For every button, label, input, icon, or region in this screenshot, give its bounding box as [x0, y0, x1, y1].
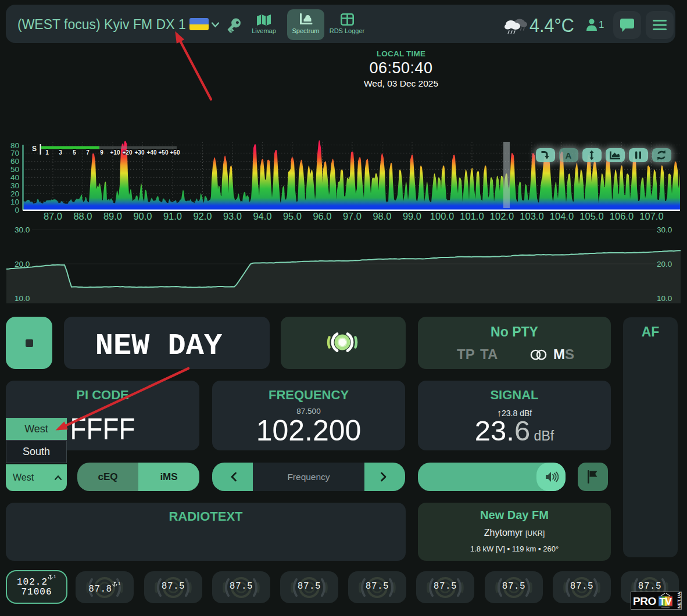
- svg-text:80: 80: [10, 141, 19, 150]
- svg-text:92.0: 92.0: [193, 211, 212, 221]
- svg-text:50: 50: [10, 165, 19, 174]
- svg-text:102.0: 102.0: [490, 211, 514, 221]
- svg-text:5: 5: [73, 149, 76, 156]
- svg-text:87.0: 87.0: [44, 211, 62, 221]
- svg-text:100.0: 100.0: [430, 211, 454, 221]
- svg-text:103.0: 103.0: [520, 211, 543, 221]
- svg-text:20: 20: [10, 189, 19, 198]
- svg-text:101.0: 101.0: [460, 211, 484, 221]
- svg-text:7: 7: [86, 149, 90, 156]
- svg-text:+40: +40: [147, 149, 157, 156]
- svg-text:1: 1: [53, 574, 56, 579]
- svg-text:93.0: 93.0: [223, 211, 242, 221]
- svg-text:10: 10: [10, 198, 19, 206]
- svg-text:A: A: [566, 151, 572, 160]
- svg-text:91.0: 91.0: [163, 211, 182, 221]
- svg-text:107.0: 107.0: [639, 211, 663, 221]
- svg-text:20.0: 20.0: [657, 260, 672, 268]
- svg-text:99.0: 99.0: [403, 211, 421, 221]
- svg-text:+10: +10: [110, 149, 120, 156]
- svg-text:98.0: 98.0: [373, 211, 391, 221]
- svg-text:TV: TV: [659, 596, 672, 607]
- svg-text:94.0: 94.0: [253, 211, 271, 221]
- svg-text:3: 3: [59, 149, 62, 156]
- svg-text:95.0: 95.0: [283, 211, 302, 221]
- svg-text:+30: +30: [135, 149, 145, 156]
- svg-text:60: 60: [10, 157, 19, 166]
- svg-text:106.0: 106.0: [610, 211, 634, 221]
- svg-text:70: 70: [10, 149, 19, 157]
- svg-text:104.0: 104.0: [550, 211, 574, 221]
- svg-text:+50: +50: [159, 149, 169, 156]
- svg-text:88.0: 88.0: [73, 211, 92, 221]
- svg-text:1: 1: [118, 581, 121, 586]
- svg-text:89.0: 89.0: [103, 211, 122, 221]
- svg-text:90.0: 90.0: [133, 211, 152, 221]
- svg-text:97.0: 97.0: [343, 211, 362, 221]
- svg-text:20.0: 20.0: [15, 260, 30, 268]
- svg-text:1: 1: [45, 149, 49, 156]
- svg-text:+20: +20: [123, 149, 133, 156]
- svg-text:9: 9: [100, 149, 103, 156]
- svg-text:96.0: 96.0: [313, 211, 331, 221]
- svg-text:105.0: 105.0: [579, 211, 603, 221]
- svg-text:30.0: 30.0: [15, 225, 30, 234]
- svg-text:30: 30: [10, 181, 19, 190]
- svg-text:10.0: 10.0: [657, 294, 672, 303]
- svg-text:0: 0: [15, 206, 19, 214]
- svg-text:40: 40: [10, 173, 19, 182]
- svg-text:30.0: 30.0: [657, 225, 672, 234]
- svg-text:+60: +60: [170, 149, 180, 156]
- svg-text:10.0: 10.0: [15, 294, 30, 303]
- svg-text:S: S: [32, 145, 37, 153]
